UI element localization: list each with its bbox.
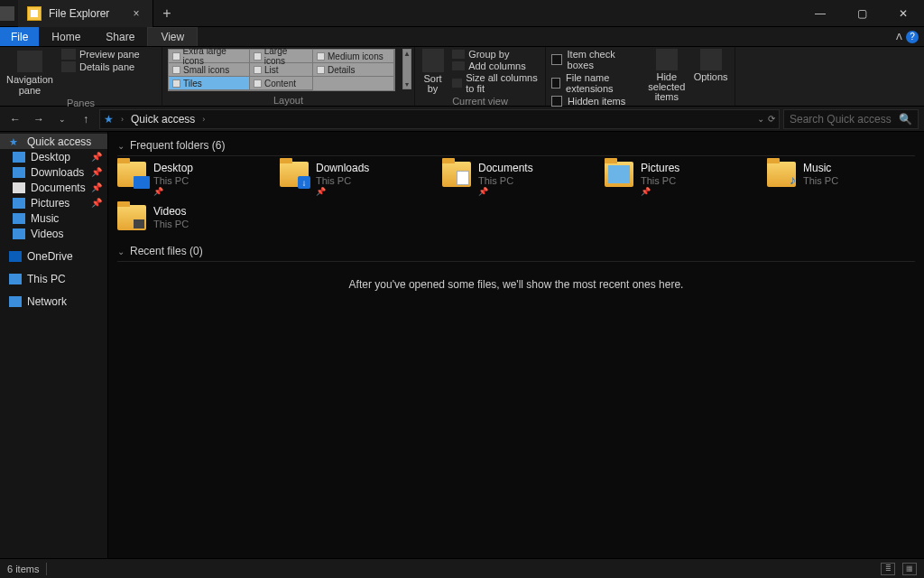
minimize-button[interactable]: — <box>799 0 841 27</box>
sidebar-item-documents[interactable]: Documents📌 <box>0 180 107 195</box>
breadcrumb-segment[interactable]: Quick access <box>131 113 195 126</box>
folder-icon <box>280 162 309 187</box>
menu-file[interactable]: File <box>0 27 39 46</box>
sidebar-item-desktop[interactable]: Desktop📌 <box>0 149 107 164</box>
menu-view[interactable]: View <box>147 27 198 46</box>
folder-documents[interactable]: DocumentsThis PC📌 <box>442 162 578 196</box>
file-explorer-icon <box>27 6 42 21</box>
close-button[interactable]: ✕ <box>882 0 924 27</box>
pictures-icon <box>13 198 25 209</box>
recent-files-header[interactable]: ⌄ Recent files (0) <box>117 241 915 262</box>
layout-list[interactable]: List <box>250 63 313 77</box>
navigation-pane-button[interactable]: Navigation pane <box>5 49 54 96</box>
chevron-down-icon: ⌄ <box>117 247 125 256</box>
status-item-count: 6 items <box>7 564 39 574</box>
pin-icon: 📌 <box>91 198 102 208</box>
status-bar: 6 items ≣ ▦ <box>0 558 924 578</box>
titlebar: File Explorer × + — ▢ ✕ <box>0 0 924 27</box>
details-pane-button[interactable]: Details pane <box>61 61 140 72</box>
layout-content[interactable]: Content <box>250 77 313 90</box>
chevron-right-icon: › <box>121 115 124 124</box>
checkbox-icon <box>551 78 560 89</box>
sort-by-button[interactable]: Sort by <box>420 49 445 94</box>
network-icon <box>9 296 22 307</box>
pin-icon: 📌 <box>478 187 533 196</box>
music-icon <box>13 213 25 224</box>
folder-downloads[interactable]: DownloadsThis PC📌 <box>280 162 415 196</box>
address-bar-row: ← → ⌄ ↑ ★ › Quick access › ⌄ ⟳ Search Qu… <box>0 107 924 132</box>
quick-access-icon: ★ <box>104 113 114 126</box>
folder-videos[interactable]: VideosThis PC <box>117 205 253 230</box>
folder-music[interactable]: MusicThis PC <box>767 162 902 196</box>
ribbon: Navigation pane Preview pane Details pan… <box>0 47 924 107</box>
checkbox-icon <box>551 54 562 65</box>
search-input[interactable]: Search Quick access 🔍 <box>783 109 919 129</box>
tab-close-icon[interactable]: × <box>129 7 143 20</box>
hidden-items-toggle[interactable]: Hidden items <box>551 96 641 107</box>
help-icon[interactable]: ? <box>906 31 919 43</box>
hide-selected-button[interactable]: Hide selected items <box>648 49 685 102</box>
group-by-icon <box>452 50 465 59</box>
refresh-button[interactable]: ⟳ <box>768 114 775 124</box>
layout-extra-large[interactable]: Extra large icons <box>169 50 250 63</box>
pin-icon: 📌 <box>91 152 102 162</box>
tiles-view-button[interactable]: ▦ <box>902 563 917 575</box>
ribbon-collapse-icon[interactable]: ᐱ <box>896 32 902 42</box>
folder-icon <box>442 162 471 187</box>
add-columns-icon <box>452 61 465 70</box>
address-bar[interactable]: ★ › Quick access › ⌄ ⟳ <box>99 109 780 129</box>
folder-icon <box>605 162 633 187</box>
layout-medium[interactable]: Medium icons <box>313 50 394 63</box>
frequent-folders-header[interactable]: ⌄ Frequent folders (6) <box>117 135 915 156</box>
address-dropdown-icon[interactable]: ⌄ <box>757 114 764 124</box>
layout-gallery[interactable]: Extra large icons Large icons Medium ico… <box>168 49 395 91</box>
maximize-button[interactable]: ▢ <box>841 0 882 27</box>
layout-large[interactable]: Large icons <box>250 50 313 63</box>
sidebar-item-onedrive[interactable]: OneDrive <box>0 248 107 264</box>
layout-details[interactable]: Details <box>313 63 394 77</box>
details-pane-icon <box>61 61 76 72</box>
app-system-icon[interactable] <box>0 6 18 21</box>
divider <box>46 563 47 575</box>
menu-share[interactable]: Share <box>93 27 147 46</box>
layout-small[interactable]: Small icons <box>169 63 250 77</box>
details-view-button[interactable]: ≣ <box>881 563 895 575</box>
content-area: ⌄ Frequent folders (6) DesktopThis PC📌 D… <box>108 132 924 558</box>
sidebar-item-pictures[interactable]: Pictures📌 <box>0 195 107 210</box>
file-extensions-toggle[interactable]: File name extensions <box>551 72 641 94</box>
nav-back-button[interactable]: ← <box>5 109 25 129</box>
layout-scroll[interactable]: ▲▾ <box>402 49 411 89</box>
preview-pane-button[interactable]: Preview pane <box>61 49 140 60</box>
layout-tiles[interactable]: Tiles <box>169 77 250 90</box>
menubar: File Home Share View ᐱ ? <box>0 27 924 47</box>
folder-pictures[interactable]: PicturesThis PC📌 <box>605 162 740 196</box>
new-tab-button[interactable]: + <box>153 5 180 22</box>
group-by-button[interactable]: Group by <box>452 49 540 60</box>
group-label-panes: Panes <box>5 96 156 108</box>
group-label-current-view: Current view <box>420 94 540 107</box>
window-tab[interactable]: File Explorer × <box>18 0 153 27</box>
nav-up-button[interactable]: ↑ <box>76 109 96 129</box>
sidebar-item-quick-access[interactable]: ★Quick access <box>0 134 107 149</box>
menu-home[interactable]: Home <box>39 27 93 46</box>
documents-icon <box>13 182 25 193</box>
item-check-boxes-toggle[interactable]: Item check boxes <box>551 49 641 70</box>
checkbox-icon <box>551 96 562 107</box>
folder-icon <box>117 205 146 230</box>
sidebar-item-this-pc[interactable]: This PC <box>0 271 107 286</box>
window-title: File Explorer <box>49 7 109 20</box>
sidebar-item-videos[interactable]: Videos <box>0 226 107 241</box>
sidebar-item-network[interactable]: Network <box>0 294 107 309</box>
sidebar-item-downloads[interactable]: Downloads📌 <box>0 164 107 180</box>
chevron-right-icon[interactable]: › <box>202 115 205 124</box>
size-columns-button[interactable]: Size all columns to fit <box>452 72 540 94</box>
pin-icon: 📌 <box>641 187 679 196</box>
nav-forward-button[interactable]: → <box>29 109 49 129</box>
options-button[interactable]: Options <box>692 49 729 82</box>
add-columns-button[interactable]: Add columns <box>452 61 540 71</box>
sidebar-item-music[interactable]: Music <box>0 210 107 226</box>
desktop-icon <box>13 152 25 163</box>
folder-desktop[interactable]: DesktopThis PC📌 <box>117 162 253 196</box>
nav-recent-button[interactable]: ⌄ <box>52 109 72 129</box>
hide-selected-icon <box>656 49 678 70</box>
